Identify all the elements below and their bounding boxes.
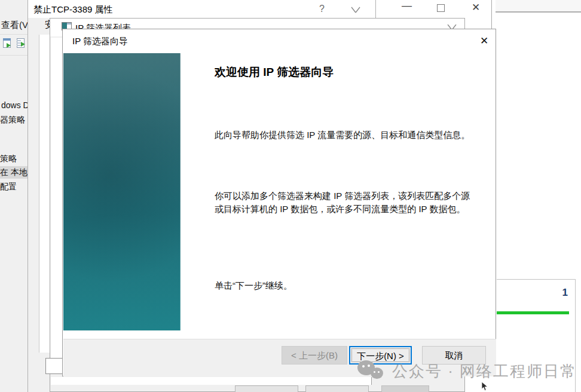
mmc-window-right-edge xyxy=(491,0,492,29)
wizard-paragraph: 此向导帮助你提供筛选 IP 流量需要的源、目标和通信类型信息。 xyxy=(215,128,470,142)
wizard-paragraph: 单击“下一步”继续。 xyxy=(215,279,292,292)
partial-button[interactable] xyxy=(235,385,298,392)
properties-list-strip xyxy=(39,35,50,353)
page-top-band xyxy=(496,0,581,13)
refresh-window-icon[interactable] xyxy=(2,38,13,49)
close-icon[interactable]: ✕ xyxy=(478,35,491,48)
side-green-underline xyxy=(497,311,569,314)
doc-line xyxy=(17,42,21,44)
maximize-icon[interactable] xyxy=(437,4,445,12)
side-box-top-border xyxy=(497,279,576,280)
tree-item[interactable]: 器策略 xyxy=(0,114,28,126)
menubar-divider xyxy=(0,34,28,35)
tree-item[interactable]: 配置 xyxy=(0,180,28,193)
tree-item[interactable]: 策略 xyxy=(0,152,28,165)
help-icon[interactable]: ? xyxy=(319,4,325,14)
cancel-button[interactable]: 取消 xyxy=(422,346,486,365)
properties-titlebar: 禁止TCP-3389 属性 ? xyxy=(28,0,375,18)
wizard-paragraph-line: 你可以添加多个筛选器来构建 IP 筛选器列表，该列表匹配多个源 xyxy=(215,189,470,203)
wizard-title: IP 筛选器向导 xyxy=(72,36,128,47)
tree-item[interactable]: dows De xyxy=(0,99,28,112)
wizard-watermark-panel xyxy=(63,53,181,330)
export-list-icon[interactable] xyxy=(16,38,26,49)
ip-filter-wizard-dialog: IP 筛选器向导 ✕ 欢迎使用 IP 筛选器向导 此向导帮助你提供筛选 IP 流… xyxy=(62,29,496,376)
partial-button[interactable] xyxy=(381,385,429,392)
next-button[interactable]: 下一步(N) > xyxy=(349,346,412,365)
partial-button[interactable] xyxy=(305,385,369,392)
minimize-icon[interactable]: — xyxy=(402,0,412,12)
side-count-value: 1 xyxy=(550,287,568,299)
partial-control[interactable] xyxy=(45,358,63,374)
wizard-paragraph-line: 或目标计算机的 IP 数据包，或许多不同流量类型的 IP 数据包。 xyxy=(215,203,470,216)
window-titlebar-shape xyxy=(3,38,11,41)
green-arrow-shape xyxy=(7,43,11,48)
side-box-right-border xyxy=(575,279,576,392)
back-button[interactable]: < 上一步(B) xyxy=(282,346,347,365)
wizard-footer: < 上一步(B) 下一步(N) > 取消 xyxy=(63,339,496,376)
filter-list-listbox-bottom xyxy=(51,377,372,385)
doc-line xyxy=(17,40,21,41)
wizard-paragraph: 你可以添加多个筛选器来构建 IP 筛选器列表，该列表匹配多个源 或目标计算机的 … xyxy=(215,189,470,216)
close-icon[interactable]: ✕ xyxy=(472,1,480,14)
mmc-console-left-strip: 查看(V) dows De 器策略 策略 在 本地计 配置 xyxy=(0,0,28,392)
doc-line xyxy=(17,45,21,46)
toolbar-divider xyxy=(0,55,28,56)
properties-dialog-title: 禁止TCP-3389 属性 xyxy=(33,4,113,16)
tree-item-selected[interactable]: 在 本地计 xyxy=(0,166,28,179)
wizard-heading: 欢迎使用 IP 筛选器向导 xyxy=(215,65,334,80)
menu-view[interactable]: 查看(V) xyxy=(1,20,31,31)
mouse-cursor xyxy=(481,382,489,391)
icon-top-strip xyxy=(67,23,71,24)
filter-list-listbox-sliver xyxy=(51,38,63,372)
close-icon[interactable] xyxy=(351,7,360,14)
green-arrow-shape xyxy=(21,42,25,47)
